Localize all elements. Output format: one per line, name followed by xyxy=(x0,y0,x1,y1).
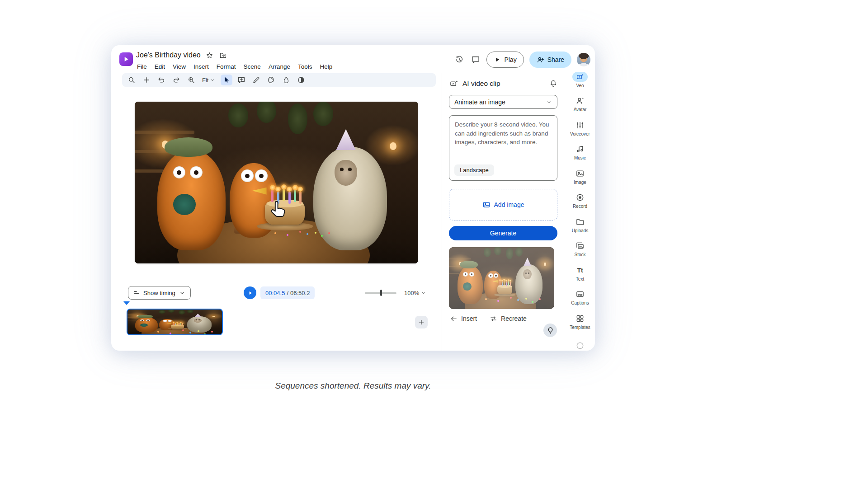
generate-button[interactable]: Generate xyxy=(449,226,557,240)
sidebar-item-stock[interactable]: Stock xyxy=(565,237,595,262)
play-button-label: Play xyxy=(504,56,516,63)
add-scene-button[interactable] xyxy=(415,316,428,328)
menu-edit[interactable]: Edit xyxy=(154,63,166,70)
zoom-level-dropdown[interactable]: 100% xyxy=(404,286,427,299)
insert-label: Insert xyxy=(461,315,477,322)
preview-haze-overlay xyxy=(449,247,554,309)
show-timing-label: Show timing xyxy=(143,290,175,296)
avatar-sparkle-icon xyxy=(576,96,585,106)
recreate-label: Recreate xyxy=(501,315,527,322)
play-button[interactable]: Play xyxy=(486,52,524,68)
zoom-level-value: 100% xyxy=(404,290,419,296)
search-icon[interactable] xyxy=(126,75,137,85)
voiceover-icon xyxy=(576,120,585,130)
document-title[interactable]: Joe's Birthday video xyxy=(136,51,201,59)
add-image-label: Add image xyxy=(494,201,524,208)
right-sidebar: Veo Avatar Voiceover Music xyxy=(565,68,595,351)
star-icon[interactable] xyxy=(205,51,214,60)
user-avatar[interactable] xyxy=(577,53,590,66)
menu-tools[interactable]: Tools xyxy=(297,63,313,70)
timecode-separator: / xyxy=(287,290,288,296)
undo-icon[interactable] xyxy=(156,75,167,85)
select-tool-icon[interactable] xyxy=(221,75,232,85)
captions-icon xyxy=(576,289,585,299)
veo-icon xyxy=(572,72,588,82)
redo-icon[interactable] xyxy=(170,75,182,85)
sidebar-item-templates[interactable]: Templates xyxy=(565,310,595,334)
prompt-container: Landscape xyxy=(449,115,557,181)
recreate-button[interactable]: Recreate xyxy=(490,315,527,323)
templates-icon xyxy=(576,314,585,324)
aspect-ratio-chip[interactable]: Landscape xyxy=(454,164,494,176)
generated-video-preview[interactable] xyxy=(449,247,554,309)
version-history-icon[interactable] xyxy=(454,54,465,65)
timeline-play-button[interactable] xyxy=(244,286,256,299)
zoom-fit-label: Fit xyxy=(202,77,208,84)
zoom-slider-thumb[interactable] xyxy=(380,290,382,296)
menu-scene[interactable]: Scene xyxy=(243,63,262,70)
comments-icon[interactable] xyxy=(470,54,481,65)
zoom-fit-dropdown[interactable]: Fit xyxy=(200,75,217,85)
sidebar-item-text[interactable]: Tt Text xyxy=(565,261,595,286)
text-icon: Tt xyxy=(577,265,583,275)
ai-clip-icon xyxy=(450,80,458,88)
hand-cursor-icon xyxy=(268,199,289,220)
ai-video-clip-panel: AI video clip Animate an image Landscape… xyxy=(445,73,561,351)
color-palette-icon[interactable] xyxy=(265,75,277,85)
move-folder-icon[interactable] xyxy=(219,51,228,60)
mode-select-dropdown[interactable]: Animate an image xyxy=(449,95,557,109)
timeline-zoom-slider[interactable] xyxy=(365,290,396,296)
pen-tool-icon[interactable] xyxy=(250,75,262,85)
add-image-button[interactable]: Add image xyxy=(449,189,557,221)
sidebar-item-avatar[interactable]: Avatar xyxy=(565,92,595,117)
transparency-icon[interactable] xyxy=(295,75,307,85)
menu-arrange[interactable]: Arrange xyxy=(268,63,291,70)
editor-toolbar: Fit xyxy=(122,73,436,87)
menu-view[interactable]: View xyxy=(172,63,187,70)
share-button-label: Share xyxy=(547,56,564,63)
sidebar-item-record[interactable]: Record xyxy=(565,189,595,213)
sidebar-item-uploads[interactable]: Uploads xyxy=(565,213,595,237)
tips-lightbulb-button[interactable] xyxy=(543,324,557,337)
vids-logo[interactable] xyxy=(119,52,133,66)
panel-divider xyxy=(442,73,442,351)
sidebar-item-image[interactable]: Image xyxy=(565,164,595,189)
menu-file[interactable]: File xyxy=(136,63,148,70)
stock-media-icon xyxy=(576,241,585,251)
sidebar-item-veo[interactable]: Veo xyxy=(565,68,595,92)
disclaimer-text: Sequences shortened. Results may vary. xyxy=(111,381,595,391)
mode-selected-value: Animate an image xyxy=(454,99,505,106)
playhead-marker[interactable] xyxy=(123,301,130,305)
screen: Joe's Birthday video File Edit View Inse… xyxy=(0,0,868,488)
menu-bar: File Edit View Insert Format Scene Arran… xyxy=(136,63,333,70)
sidebar-item-music[interactable]: Music xyxy=(565,141,595,165)
video-scene-art xyxy=(135,102,418,263)
share-button[interactable]: Share xyxy=(529,52,571,68)
menu-help[interactable]: Help xyxy=(319,63,333,70)
menu-format[interactable]: Format xyxy=(216,63,237,70)
insert-button[interactable]: Insert xyxy=(450,315,477,323)
add-comment-icon[interactable] xyxy=(236,75,247,85)
timecode-current: 00:04.5 xyxy=(265,290,285,296)
add-icon[interactable] xyxy=(141,75,152,85)
image-icon xyxy=(576,169,585,178)
timecode-display: 00:04.5 / 06:50.2 xyxy=(260,286,315,299)
timeline-clip[interactable] xyxy=(127,309,223,335)
show-timing-button[interactable]: Show timing xyxy=(128,286,191,300)
sidebar-item-more-partial[interactable] xyxy=(565,334,595,351)
app-window: Joe's Birthday video File Edit View Inse… xyxy=(111,45,595,351)
partial-circle-icon xyxy=(576,341,585,351)
panel-title: AI video clip xyxy=(462,80,500,88)
video-preview[interactable] xyxy=(135,102,418,263)
record-icon xyxy=(576,192,585,202)
sidebar-item-voiceover[interactable]: Voiceover xyxy=(565,116,595,141)
menu-insert[interactable]: Insert xyxy=(193,63,210,70)
sidebar-item-captions[interactable]: Captions xyxy=(565,286,595,310)
uploads-folder-icon xyxy=(576,217,585,227)
video-scene-art xyxy=(127,310,222,334)
blur-icon[interactable] xyxy=(280,75,292,85)
zoom-in-icon[interactable] xyxy=(185,75,197,85)
music-icon xyxy=(576,144,585,154)
notifications-bell-icon[interactable] xyxy=(549,80,557,88)
timecode-total: 06:50.2 xyxy=(290,290,310,296)
